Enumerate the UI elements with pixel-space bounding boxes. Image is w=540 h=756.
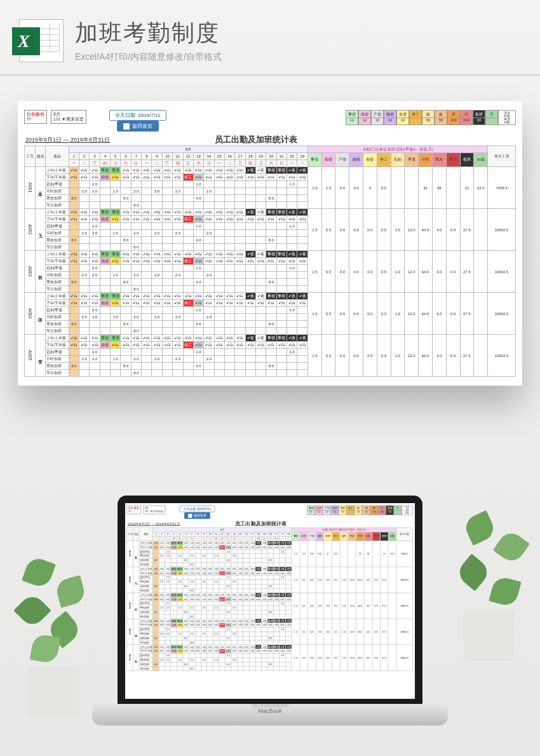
attendance-cell[interactable]: 停工 [219, 597, 226, 602]
attendance-cell[interactable]: 1.0 [177, 631, 183, 636]
attendance-cell[interactable]: ✔白 [152, 216, 162, 223]
attendance-cell[interactable] [90, 202, 100, 209]
attendance-cell[interactable]: 8.0 [189, 588, 195, 593]
attendance-cell[interactable]: 8.0 [152, 636, 159, 640]
attendance-cell[interactable] [171, 580, 177, 584]
attendance-cell[interactable] [249, 631, 255, 636]
attendance-cell[interactable] [195, 588, 201, 593]
attendance-cell[interactable]: ✔夜 [287, 335, 297, 342]
attendance-cell[interactable] [261, 631, 267, 636]
attendance-cell[interactable]: ✔白 [165, 567, 171, 571]
attendance-cell[interactable] [231, 584, 238, 588]
attendance-cell[interactable] [225, 666, 231, 671]
attendance-cell[interactable]: ✔白 [189, 645, 195, 649]
attendance-cell[interactable] [219, 602, 226, 606]
attendance-cell[interactable] [183, 202, 193, 209]
attendance-cell[interactable] [195, 602, 201, 606]
attendance-cell[interactable]: ✔白 [245, 174, 255, 181]
attendance-cell[interactable]: ✔白 [111, 300, 121, 307]
attendance-cell[interactable]: 8.0 [121, 195, 131, 202]
attendance-cell[interactable] [273, 666, 280, 671]
attendance-cell[interactable]: 2.0 [152, 272, 162, 279]
attendance-cell[interactable]: ✔夜 [287, 251, 297, 258]
attendance-cell[interactable] [142, 363, 152, 370]
attendance-cell[interactable] [285, 580, 292, 584]
attendance-cell[interactable] [225, 614, 231, 619]
attendance-cell[interactable] [79, 286, 90, 293]
attendance-cell[interactable] [261, 576, 267, 580]
attendance-cell[interactable]: ✔夜 [285, 541, 292, 545]
attendance-cell[interactable]: ✔白 [173, 335, 183, 342]
attendance-cell[interactable]: ✔白 [79, 293, 90, 300]
attendance-cell[interactable]: ✔白 [69, 167, 79, 174]
attendance-cell[interactable] [90, 237, 100, 244]
attendance-cell[interactable]: ✔白 [297, 174, 308, 181]
attendance-cell[interactable] [162, 307, 172, 314]
attendance-cell[interactable]: 8.0 [189, 562, 195, 567]
attendance-cell[interactable] [152, 321, 162, 328]
attendance-cell[interactable]: ✔白 [273, 623, 280, 628]
attendance-cell[interactable] [219, 610, 226, 614]
attendance-cell[interactable]: ✔白 [213, 593, 219, 597]
attendance-cell[interactable] [207, 654, 213, 658]
attendance-cell[interactable] [195, 666, 201, 671]
attendance-cell[interactable] [111, 202, 121, 209]
attendance-cell[interactable]: 1.0 [177, 580, 183, 584]
attendance-cell[interactable] [183, 666, 189, 671]
attendance-cell[interactable] [214, 370, 224, 377]
attendance-cell[interactable]: ✔白 [121, 174, 131, 181]
attendance-cell[interactable] [245, 356, 255, 363]
attendance-cell[interactable] [273, 550, 280, 554]
attendance-cell[interactable]: 1.0 [193, 307, 203, 314]
attendance-cell[interactable] [255, 658, 262, 662]
attendance-cell[interactable]: 2.0 [201, 606, 207, 611]
attendance-cell[interactable] [183, 314, 193, 321]
attendance-cell[interactable] [245, 223, 255, 230]
attendance-cell[interactable] [255, 265, 266, 272]
attendance-cell[interactable] [267, 562, 274, 567]
attendance-cell[interactable]: ✔白 [266, 258, 276, 265]
attendance-cell[interactable] [183, 328, 193, 335]
attendance-cell[interactable]: ✔白 [177, 623, 183, 628]
attendance-cell[interactable] [285, 584, 292, 588]
attendance-cell[interactable] [287, 356, 297, 363]
attendance-cell[interactable] [261, 662, 267, 666]
attendance-cell[interactable] [237, 576, 243, 580]
attendance-cell[interactable]: ✔白 [280, 649, 286, 654]
attendance-cell[interactable] [79, 349, 90, 356]
attendance-cell[interactable]: ✔白 [224, 342, 234, 349]
attendance-cell[interactable] [280, 610, 286, 614]
attendance-cell[interactable] [201, 550, 207, 554]
attendance-cell[interactable]: ✔白 [69, 300, 79, 307]
attendance-cell[interactable] [243, 602, 250, 606]
attendance-cell[interactable] [121, 272, 131, 279]
attendance-cell[interactable]: ✔白 [195, 567, 201, 571]
attendance-cell[interactable] [255, 286, 266, 293]
attendance-cell[interactable] [204, 321, 214, 328]
attendance-cell[interactable] [142, 321, 152, 328]
attendance-cell[interactable]: 2.0 [131, 230, 141, 237]
attendance-cell[interactable]: 4.0 [225, 636, 231, 640]
attendance-cell[interactable] [297, 279, 308, 286]
attendance-cell[interactable] [204, 202, 214, 209]
attendance-cell[interactable] [273, 636, 280, 640]
attendance-cell[interactable]: ✔白 [162, 209, 172, 216]
attendance-cell[interactable] [152, 349, 162, 356]
attendance-cell[interactable] [225, 580, 231, 584]
attendance-cell[interactable] [297, 244, 308, 251]
attendance-cell[interactable]: 8.0 [131, 328, 141, 335]
attendance-cell[interactable]: ✔夜 [280, 593, 286, 597]
attendance-cell[interactable] [266, 230, 276, 237]
attendance-cell[interactable] [273, 554, 280, 558]
attendance-cell[interactable] [255, 631, 262, 636]
attendance-cell[interactable]: ✔白 [214, 167, 224, 174]
attendance-cell[interactable] [214, 195, 224, 202]
attendance-cell[interactable] [276, 272, 287, 279]
attendance-cell[interactable]: ✔白 [243, 567, 250, 571]
attendance-cell[interactable] [152, 181, 162, 188]
attendance-cell[interactable]: 8.0 [266, 321, 276, 328]
attendance-cell[interactable] [159, 654, 165, 658]
attendance-cell[interactable]: ✔白 [204, 216, 214, 223]
attendance-cell[interactable] [219, 562, 226, 567]
attendance-cell[interactable]: 8.0 [183, 558, 189, 562]
